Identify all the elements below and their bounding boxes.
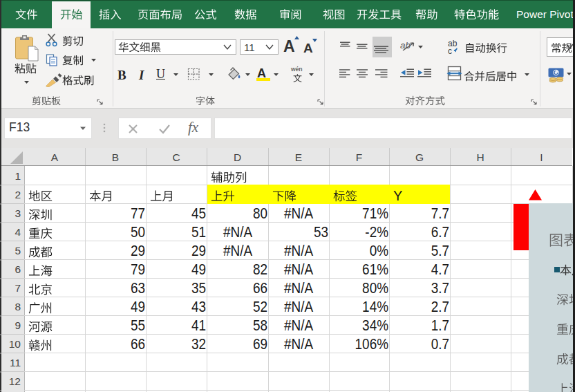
svg-text:c: c — [448, 46, 452, 55]
